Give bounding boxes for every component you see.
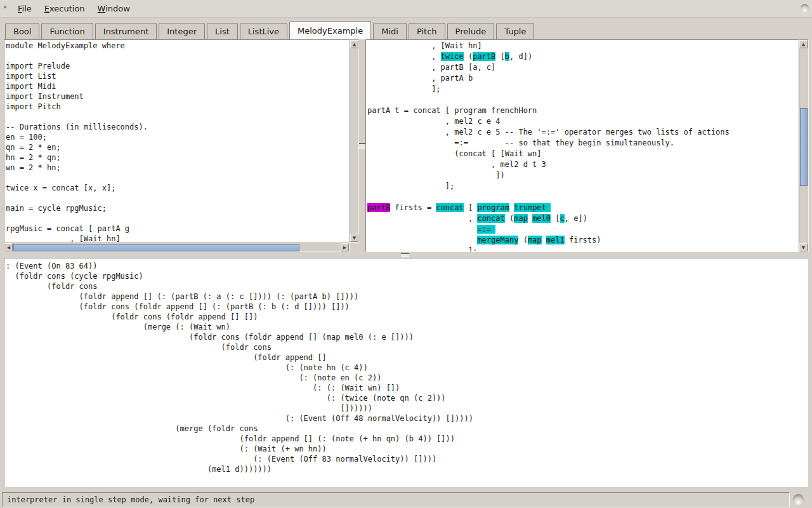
code-line: rpgMusic = concat [ partA g — [6, 224, 349, 234]
menu-item-execution[interactable]: Execution — [38, 1, 91, 16]
code-line: mergeMany (map mel1 firsts) — [367, 235, 798, 246]
tab-integer[interactable]: Integer — [159, 23, 205, 39]
status-text: interpreter in single step mode, waiting… — [7, 495, 254, 504]
code-line: main = cycle rpgMusic; — [6, 203, 349, 213]
code-line: en = 100; — [6, 132, 349, 142]
left-editor[interactable]: module MelodyExample whereimport Prelude… — [4, 39, 350, 243]
left-editor-pane: module MelodyExample whereimport Prelude… — [4, 39, 359, 252]
highlighted-redex: mel1 — [546, 236, 565, 244]
tab-prelude[interactable]: Prelude — [447, 23, 495, 39]
code-line: , twice (partB [b, d]) — [367, 51, 798, 62]
code-line: hn = 2 * qn; — [6, 152, 349, 163]
highlighted-redex: =:= — [477, 225, 495, 234]
code-line: ]) — [367, 170, 798, 181]
tab-tuple[interactable]: Tuple — [496, 23, 534, 39]
menu-items: FileExecutionWindow — [11, 1, 136, 16]
code-line: qn = 2 * en; — [6, 142, 349, 152]
scroll-left-icon[interactable]: ◀ — [4, 243, 13, 251]
code-line — [367, 95, 798, 105]
tab-list[interactable]: List — [207, 23, 238, 39]
left-editor-vscrollbar[interactable]: ▲ ▼ — [350, 39, 359, 243]
code-line: , mel2 c e 5 -- The '=:=' operator merge… — [367, 127, 798, 138]
activity-indicator-ball — [793, 494, 804, 505]
tab-midi[interactable]: Midi — [373, 23, 407, 39]
vertical-splitter[interactable] — [359, 39, 365, 252]
code-line: , [Wait hn] — [367, 41, 798, 51]
highlighted-redex: partB — [473, 52, 495, 61]
scroll-down-icon[interactable]: ▼ — [350, 234, 358, 242]
menu-tearoff-grip[interactable] — [2, 3, 9, 15]
code-line: (foldr cons — [6, 281, 808, 291]
left-editor-hscrollbar[interactable]: ◀ ▶ — [4, 243, 350, 252]
scroll-down-icon[interactable]: ▼ — [799, 243, 808, 251]
code-line: -- Durations (in milliseconds). — [6, 122, 349, 132]
scroll-up-icon[interactable]: ▲ — [799, 40, 808, 48]
highlighted-redex: map — [514, 214, 528, 223]
code-line: partA t = concat [ program frenchHorn — [367, 105, 798, 116]
code-line: , concat (map mel0 [c, e]) — [367, 213, 798, 224]
tab-instrument[interactable]: Instrument — [95, 23, 157, 39]
code-line: import List — [6, 71, 349, 81]
code-line: ]; — [367, 181, 798, 192]
right-editor-vscrollbar[interactable]: ▲ ▼ — [799, 39, 809, 252]
tab-listlive[interactable]: ListLive — [240, 23, 287, 39]
status-bar: interpreter in single step mode, waiting… — [2, 492, 790, 507]
code-line: import Midi — [6, 81, 349, 91]
highlighted-redex: program — [477, 203, 509, 212]
highlighted-redex: b — [505, 52, 509, 61]
code-line: partB firsts = concat [ program trumpet — [367, 203, 798, 213]
code-line: (foldr append [] (: (partB (: a (: c [])… — [6, 291, 808, 302]
horizontal-splitter[interactable] — [0, 252, 812, 258]
code-line: , mel2 c e 4 — [367, 116, 798, 127]
code-line — [6, 173, 349, 183]
tab-melodyexample[interactable]: MelodyExample — [289, 21, 371, 39]
code-line: (foldr cons (foldr append [] (map mel0 (… — [6, 332, 808, 342]
menu-item-file[interactable]: File — [11, 1, 38, 16]
code-line: (: (Event (Off 48 normalVelocity)) [])))… — [6, 413, 808, 424]
code-line: (concat [ [Wait wn] — [367, 149, 798, 159]
code-line: wn = 2 * hn; — [6, 163, 349, 173]
tab-bool[interactable]: Bool — [5, 23, 39, 39]
code-line — [367, 192, 798, 203]
code-line: ]; — [367, 246, 798, 252]
code-line — [6, 112, 349, 122]
menubar: FileExecutionWindow — [0, 0, 812, 18]
hscroll-thumb[interactable] — [13, 244, 299, 251]
highlighted-redex: concat — [436, 203, 463, 212]
right-editor[interactable]: , [Wait hn] , twice (partB [b, d]) , par… — [365, 39, 799, 252]
code-line: (: (Wait (+ wn hn)) — [6, 444, 808, 454]
code-line: (: (note en (c 2)) — [6, 373, 808, 383]
code-line: , partB [a, c] — [367, 62, 798, 73]
splitter-grip[interactable] — [401, 253, 409, 257]
vscroll-thumb[interactable] — [800, 108, 808, 186]
code-line: (: (twice (note qn (c 2))) — [6, 393, 808, 403]
code-line: ]; — [367, 84, 798, 95]
highlighted-redex: mergeMany — [477, 236, 518, 244]
tab-function[interactable]: Function — [41, 23, 93, 39]
scroll-up-icon[interactable]: ▲ — [350, 40, 358, 48]
tab-pitch[interactable]: Pitch — [409, 23, 445, 39]
code-line: twice x = concat [x, x]; — [6, 183, 349, 193]
code-line: (foldr cons (foldr append [] []) — [6, 312, 808, 322]
menubar-indicator-ball — [801, 4, 809, 12]
splitter-grip[interactable] — [359, 143, 365, 149]
highlighted-redex: c — [560, 214, 565, 223]
highlighted-redex: twice — [441, 52, 464, 61]
code-line: , partA b — [367, 73, 798, 84]
code-line: import Prelude — [6, 61, 349, 71]
code-line: (merge (: (Wait wn) — [6, 322, 808, 332]
code-line: (: (Event (Off 83 normalVelocity)) []))) — [6, 454, 808, 464]
code-line: , [Wait hn] — [6, 234, 349, 243]
highlighted-redex: map — [528, 236, 542, 244]
menu-item-window[interactable]: Window — [91, 1, 136, 16]
code-line: []))))) — [6, 403, 808, 413]
evaluation-trace[interactable]: : (Event (On 83 64)) (foldr cons (cycle … — [4, 258, 808, 486]
highlighted-redex: trumpet — [514, 203, 551, 212]
module-tab-bar: BoolFunctionInstrumentIntegerListListLiv… — [5, 21, 536, 39]
code-line: , mel2 d t 3 — [367, 159, 798, 170]
code-line: (: (note hn (c 4)) — [6, 363, 808, 373]
code-line: (mel1 d))))))) — [6, 464, 808, 474]
code-line: (: (: (Wait wn) []) — [6, 383, 808, 393]
scroll-right-icon[interactable]: ▶ — [341, 243, 349, 251]
code-line: =:= — [367, 224, 798, 235]
